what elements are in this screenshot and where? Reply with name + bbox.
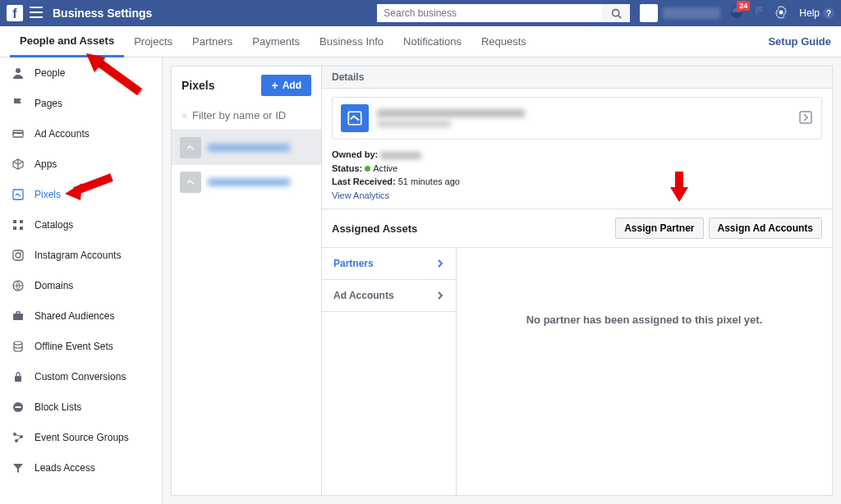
minus-circle-icon [11, 401, 25, 414]
page-title: Business Settings [53, 7, 152, 20]
tab-notifications[interactable]: Notifications [393, 26, 471, 57]
svg-point-3 [779, 10, 784, 14]
pixel-filter-input[interactable] [192, 109, 311, 121]
tab-payments[interactable]: Payments [242, 26, 310, 57]
svg-point-14 [21, 251, 22, 253]
tab-people-assets[interactable]: People and Assets [10, 26, 124, 57]
add-pixel-button[interactable]: +Add [261, 75, 311, 96]
setup-guide-link[interactable]: Setup Guide [768, 35, 831, 48]
sidebar-item-instagram[interactable]: Instagram Accounts [0, 240, 162, 270]
pixel-icon [11, 188, 25, 201]
svg-rect-27 [800, 112, 811, 123]
sidebar-item-block-lists[interactable]: Block Lists [0, 392, 162, 422]
help-link[interactable]: Help ? [799, 7, 834, 19]
svg-point-24 [182, 113, 186, 117]
svg-rect-25 [185, 142, 196, 153]
pixel-meta: Owned by: Status:Active Last Received: 5… [322, 148, 832, 208]
settings-icon[interactable] [774, 6, 788, 21]
sidebar-item-pixels[interactable]: Pixels [0, 179, 162, 209]
pixel-name-redacted [208, 144, 290, 152]
quick-help-icon[interactable] [753, 6, 765, 21]
details-header: Details [322, 66, 832, 89]
sidebar: People Pages Ad Accounts Apps Pixels Cat… [0, 57, 163, 504]
pixel-icon [341, 104, 369, 132]
assign-partner-button[interactable]: Assign Partner [615, 218, 703, 239]
pixel-list-item[interactable] [172, 165, 321, 199]
facebook-logo[interactable]: f [7, 5, 23, 21]
sidebar-item-pages[interactable]: Pages [0, 88, 162, 118]
svg-rect-12 [13, 250, 23, 260]
open-icon[interactable] [798, 110, 813, 127]
sidebar-item-people[interactable]: People [0, 57, 162, 88]
business-name [663, 7, 720, 19]
tab-projects[interactable]: Projects [124, 26, 182, 57]
sidebar-item-apps[interactable]: Apps [0, 149, 162, 179]
svg-point-17 [14, 341, 22, 345]
notifications-icon[interactable]: 24 [730, 6, 743, 21]
svg-rect-6 [13, 132, 23, 134]
svg-rect-20 [16, 406, 21, 408]
pixel-name-redacted [208, 178, 290, 186]
svg-rect-2 [756, 7, 757, 15]
assets-nav-ad-accounts[interactable]: Ad Accounts [322, 280, 456, 312]
search-input[interactable] [377, 4, 602, 22]
chevron-right-icon [436, 291, 444, 300]
svg-rect-10 [13, 227, 16, 230]
assign-ad-accounts-button[interactable]: Assign Ad Accounts [709, 218, 822, 239]
assets-empty-message: No partner has been assigned to this pix… [457, 248, 832, 495]
search-button[interactable] [602, 4, 630, 22]
sidebar-item-event-source-groups[interactable]: Event Source Groups [0, 422, 162, 452]
svg-point-0 [612, 9, 618, 16]
pixel-list-item[interactable] [172, 131, 321, 165]
hamburger-icon[interactable] [30, 7, 43, 21]
details-panel: Details Owned by: Status:Active Last Rec… [322, 66, 833, 496]
flag-icon [11, 97, 25, 110]
pixels-panel: Pixels +Add [171, 66, 322, 496]
pixels-title: Pixels [182, 79, 214, 92]
person-icon [11, 66, 25, 80]
sidebar-item-catalogs[interactable]: Catalogs [0, 209, 162, 240]
notification-badge: 24 [737, 1, 750, 11]
tab-requests[interactable]: Requests [471, 26, 536, 57]
sidebar-item-ad-accounts[interactable]: Ad Accounts [0, 118, 162, 149]
svg-rect-16 [13, 314, 23, 320]
grid-icon [11, 218, 25, 231]
chevron-right-icon [436, 259, 444, 268]
pixel-name-redacted [377, 109, 525, 117]
svg-rect-9 [20, 220, 23, 223]
cube-icon [11, 158, 25, 171]
topbar: f Business Settings 24 Help ? [0, 0, 841, 26]
briefcase-icon [11, 309, 25, 323]
tab-business-info[interactable]: Business Info [310, 26, 393, 57]
pixel-id-redacted [377, 121, 451, 127]
tab-partners[interactable]: Partners [182, 26, 242, 57]
svg-rect-11 [20, 227, 23, 230]
lock-icon [11, 370, 25, 383]
view-analytics-link[interactable]: View Analytics [332, 190, 389, 200]
svg-point-13 [16, 253, 21, 258]
assigned-assets-title: Assigned Assets [332, 222, 610, 235]
instagram-icon [11, 249, 25, 262]
status-dot-icon [365, 166, 370, 172]
owner-redacted [380, 152, 421, 159]
search-icon [182, 110, 187, 121]
sidebar-item-custom-conversions[interactable]: Custom Conversions [0, 361, 162, 392]
business-avatar[interactable] [640, 4, 658, 22]
sidebar-item-leads-access[interactable]: Leads Access [0, 452, 162, 483]
graph-icon [11, 431, 25, 444]
svg-rect-26 [348, 112, 361, 124]
globe-icon [11, 279, 25, 292]
pixel-icon [180, 137, 201, 158]
sidebar-item-shared-audiences[interactable]: Shared Audiences [0, 300, 162, 331]
search-icon [611, 8, 622, 19]
content: Pixels +Add Details [163, 57, 841, 504]
funnel-icon [11, 461, 25, 474]
pixel-icon [180, 172, 201, 193]
assets-nav-partners[interactable]: Partners [322, 248, 456, 280]
stack-icon [11, 340, 25, 353]
svg-rect-18 [15, 376, 21, 382]
sidebar-item-offline-events[interactable]: Offline Event Sets [0, 331, 162, 361]
svg-rect-8 [13, 220, 16, 223]
sidebar-item-domains[interactable]: Domains [0, 270, 162, 300]
assets-nav: Partners Ad Accounts [322, 248, 457, 495]
